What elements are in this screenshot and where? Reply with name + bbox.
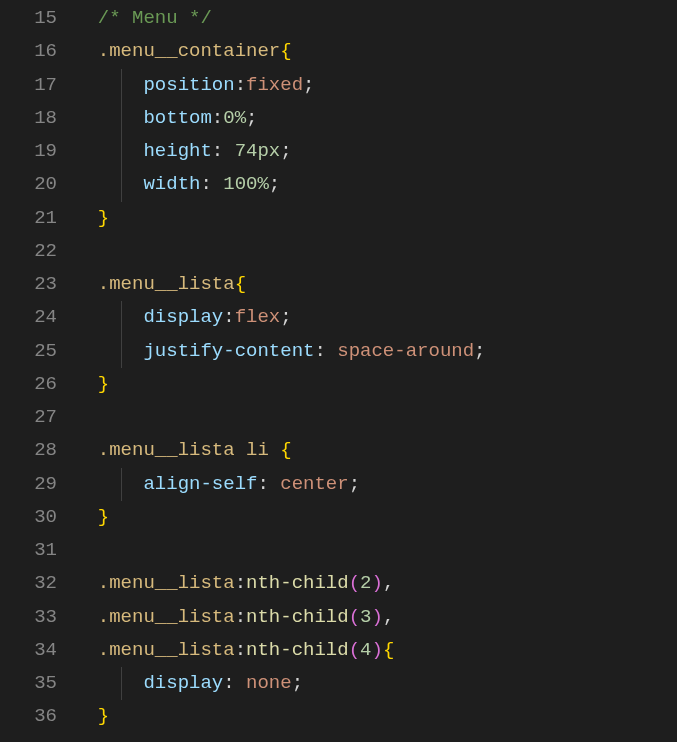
line-number: 18 xyxy=(0,102,75,135)
line-number: 28 xyxy=(0,434,75,467)
token-property: display xyxy=(143,306,223,328)
code-line[interactable] xyxy=(75,235,677,268)
code-line[interactable]: .menu__lista li { xyxy=(75,434,677,467)
token-colon: : xyxy=(314,340,325,362)
code-line[interactable]: /* Menu */ xyxy=(75,2,677,35)
code-line[interactable]: position:fixed; xyxy=(75,69,677,102)
token-brace: } xyxy=(98,207,109,229)
token-punct: ; xyxy=(246,107,257,129)
line-number: 15 xyxy=(0,2,75,35)
line-number: 31 xyxy=(0,534,75,567)
line-number: 17 xyxy=(0,69,75,102)
code-line[interactable]: display:flex; xyxy=(75,301,677,334)
indent-guide xyxy=(121,468,122,501)
token-selector: .menu__lista xyxy=(98,639,235,661)
token-value-keyword: flex xyxy=(235,306,281,328)
token-value-number: 2 xyxy=(360,572,371,594)
code-line[interactable] xyxy=(75,401,677,434)
code-line[interactable]: } xyxy=(75,700,677,733)
code-line[interactable]: .menu__lista:nth-child(3), xyxy=(75,601,677,634)
token-brace: } xyxy=(98,506,109,528)
token-property: justify-content xyxy=(143,340,314,362)
token-punct xyxy=(235,672,246,694)
token-punct: ; xyxy=(269,173,280,195)
line-number: 23 xyxy=(0,268,75,301)
token-brace: { xyxy=(383,639,394,661)
line-number: 16 xyxy=(0,35,75,68)
code-line[interactable]: height: 74px; xyxy=(75,135,677,168)
code-line[interactable] xyxy=(75,534,677,567)
token-property: bottom xyxy=(143,107,211,129)
token-value-keyword: space-around xyxy=(337,340,474,362)
code-line[interactable]: } xyxy=(75,202,677,235)
token-paren: ) xyxy=(371,572,382,594)
token-punct: : xyxy=(235,572,246,594)
token-punct xyxy=(269,439,280,461)
token-value-keyword: fixed xyxy=(246,74,303,96)
token-punct: ; xyxy=(292,672,303,694)
line-number: 36 xyxy=(0,700,75,733)
token-brace: } xyxy=(98,373,109,395)
token-colon: : xyxy=(200,173,211,195)
line-number: 24 xyxy=(0,301,75,334)
token-colon: : xyxy=(223,306,234,328)
code-editor[interactable]: 1516171819202122232425262728293031323334… xyxy=(0,0,677,742)
token-punct: , xyxy=(383,606,394,628)
token-selector: .menu__lista xyxy=(98,439,235,461)
code-line[interactable]: justify-content: space-around; xyxy=(75,335,677,368)
line-number: 34 xyxy=(0,634,75,667)
token-colon: : xyxy=(223,672,234,694)
token-colon: : xyxy=(212,107,223,129)
line-number: 29 xyxy=(0,468,75,501)
token-punct xyxy=(235,439,246,461)
code-line[interactable]: align-self: center; xyxy=(75,468,677,501)
indent-guide xyxy=(121,667,122,700)
line-number-gutter: 1516171819202122232425262728293031323334… xyxy=(0,2,75,742)
line-number: 35 xyxy=(0,667,75,700)
code-line[interactable]: bottom:0%; xyxy=(75,102,677,135)
token-punct: : xyxy=(235,606,246,628)
code-line[interactable]: .menu__lista:nth-child(4){ xyxy=(75,634,677,667)
token-value-keyword: center xyxy=(280,473,348,495)
code-line[interactable]: } xyxy=(75,501,677,534)
indent-guide xyxy=(121,135,122,168)
token-property: align-self xyxy=(143,473,257,495)
token-selector: .menu__lista xyxy=(98,606,235,628)
token-selector: .menu__container xyxy=(98,40,280,62)
line-number: 32 xyxy=(0,567,75,600)
token-value-number: 4 xyxy=(360,639,371,661)
token-brace: { xyxy=(235,273,246,295)
code-line[interactable]: width: 100%; xyxy=(75,168,677,201)
token-selector: .menu__lista xyxy=(98,572,235,594)
code-line[interactable]: display: none; xyxy=(75,667,677,700)
line-number: 21 xyxy=(0,202,75,235)
token-paren: ( xyxy=(349,606,360,628)
token-punct xyxy=(269,473,280,495)
token-value-number: 3 xyxy=(360,606,371,628)
indent-guide xyxy=(121,301,122,334)
token-property: height xyxy=(143,140,211,162)
indent-guide xyxy=(121,168,122,201)
token-property: position xyxy=(143,74,234,96)
token-selector: li xyxy=(246,439,269,461)
indent-guide xyxy=(121,335,122,368)
token-value-number: 100% xyxy=(223,173,269,195)
token-punct xyxy=(223,140,234,162)
token-punct xyxy=(326,340,337,362)
token-property: display xyxy=(143,672,223,694)
token-brace: { xyxy=(280,40,291,62)
line-number: 33 xyxy=(0,601,75,634)
line-number: 30 xyxy=(0,501,75,534)
line-number: 25 xyxy=(0,335,75,368)
code-line[interactable]: .menu__container{ xyxy=(75,35,677,68)
code-line[interactable]: .menu__lista{ xyxy=(75,268,677,301)
token-punct: ; xyxy=(349,473,360,495)
code-line[interactable]: .menu__lista:nth-child(2), xyxy=(75,567,677,600)
token-value-number: 0% xyxy=(223,107,246,129)
token-punct: ; xyxy=(280,306,291,328)
token-punct xyxy=(212,173,223,195)
code-line[interactable]: } xyxy=(75,368,677,401)
token-comment: /* Menu */ xyxy=(98,7,212,29)
code-content[interactable]: /* Menu */ .menu__container{ position:fi… xyxy=(75,2,677,742)
indent-guide xyxy=(121,102,122,135)
